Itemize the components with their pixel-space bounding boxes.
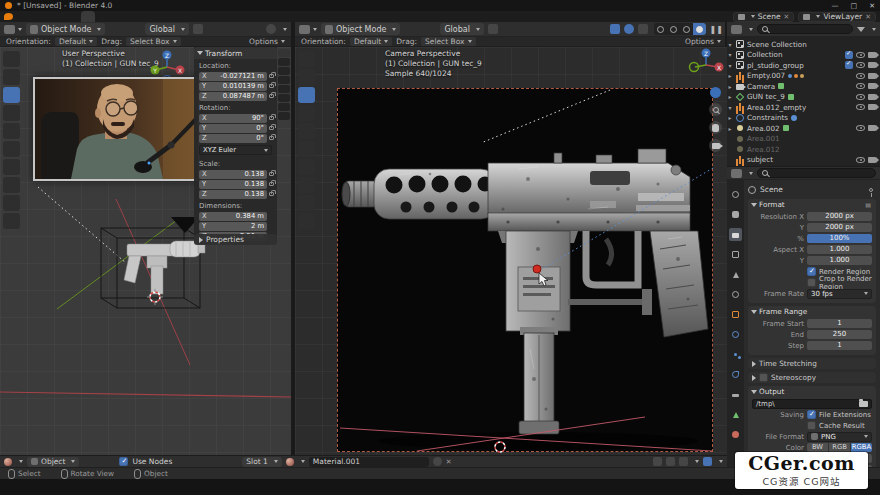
time-stretching-section[interactable]: Time Stretching — [748, 358, 876, 369]
n-panel-tab[interactable] — [278, 94, 290, 102]
n-panel-tab[interactable] — [278, 58, 290, 66]
parent-toggle-icon[interactable] — [653, 457, 662, 466]
snap-magnet-icon[interactable] — [488, 24, 498, 34]
outliner-display-mode-icon[interactable] — [731, 25, 742, 34]
transform-row[interactable]: Y0° — [194, 123, 277, 133]
mode-dropdown[interactable]: Object Mode — [26, 23, 105, 35]
snap-target-icon[interactable] — [679, 457, 688, 466]
minimize-button[interactable]: — — [832, 2, 839, 10]
color-bw-button[interactable]: BW — [807, 443, 828, 453]
checkbox-icon[interactable] — [845, 51, 853, 59]
lock-icon[interactable] — [269, 94, 274, 98]
transform-row[interactable]: Z0.138 — [194, 189, 277, 199]
expand-arrow-icon[interactable] — [727, 125, 733, 132]
frame-end-field[interactable]: 250 — [807, 330, 872, 340]
disable-render-icon[interactable] — [868, 73, 876, 79]
transform-row[interactable]: X90° — [194, 113, 277, 123]
resolution-percent-slider[interactable]: 100% — [807, 234, 872, 244]
expand-arrow-icon[interactable] — [727, 93, 733, 100]
tool-button[interactable] — [3, 51, 20, 67]
workspace-tab[interactable] — [207, 11, 221, 22]
transform-row[interactable]: Z0.087487 m — [194, 91, 277, 101]
tool-button[interactable] — [3, 69, 20, 85]
show-gizmo-icon[interactable] — [624, 24, 634, 34]
properties-tab-icon[interactable] — [729, 388, 742, 401]
disable-render-icon[interactable] — [868, 125, 876, 131]
expand-arrow-icon[interactable] — [727, 114, 733, 121]
use-nodes-checkbox[interactable] — [119, 457, 128, 466]
wireframe-shading-button[interactable] — [654, 23, 667, 35]
stereoscopy-checkbox[interactable] — [759, 373, 768, 382]
transform-panel-header[interactable]: Transform — [194, 47, 277, 59]
blender-logo-icon[interactable] — [4, 13, 13, 20]
cache-result-checkbox[interactable] — [807, 421, 816, 430]
outliner-row[interactable]: Area.012 — [727, 144, 880, 155]
disable-render-icon[interactable] — [868, 104, 876, 110]
tool-button[interactable] — [298, 69, 315, 85]
tool-button[interactable] — [3, 195, 20, 211]
render-region-checkbox[interactable] — [807, 267, 816, 276]
frame-start-field[interactable]: 1 — [807, 319, 872, 329]
properties-tab-icon[interactable] — [729, 268, 742, 281]
orientation-value[interactable]: Default — [55, 37, 97, 46]
properties-tab-icon[interactable] — [729, 248, 742, 261]
shader-type-dropdown[interactable]: Object — [27, 457, 79, 467]
workspace-tab[interactable] — [179, 11, 193, 22]
pan-hand-icon[interactable] — [709, 121, 722, 134]
expand-arrow-icon[interactable] — [727, 72, 733, 79]
resolution-y-field[interactable]: 2000 px — [807, 223, 872, 233]
tool-button[interactable] — [298, 195, 315, 211]
outliner-row[interactable]: Area.001 — [727, 134, 880, 145]
stereoscopy-section[interactable]: Stereoscopy — [748, 372, 876, 383]
output-path-field[interactable]: /tmp\ — [752, 399, 872, 409]
maximize-button[interactable]: □ — [851, 2, 858, 10]
camera-view-icon[interactable] — [709, 139, 722, 152]
properties-tab-icon[interactable] — [729, 368, 742, 381]
lock-icon[interactable] — [269, 116, 274, 120]
transform-row[interactable]: Y0.138 — [194, 179, 277, 189]
close-button[interactable]: ✕ — [869, 2, 875, 10]
material-shading-button[interactable] — [680, 23, 693, 35]
rendered-shading-button[interactable] — [693, 23, 706, 35]
expand-arrow-icon[interactable] — [727, 104, 733, 111]
expand-arrow-icon[interactable] — [727, 41, 733, 48]
snap-magnet-icon[interactable] — [193, 24, 203, 34]
mode-dropdown[interactable]: Object Mode — [321, 23, 400, 35]
n-panel-tab[interactable] — [278, 67, 290, 75]
tool-button[interactable] — [3, 159, 20, 175]
checkbox-icon[interactable] — [845, 61, 853, 69]
outliner-row[interactable]: Scene Collection — [727, 39, 880, 50]
workspace-tab[interactable] — [193, 11, 207, 22]
navigation-gizmo[interactable]: Z X — [687, 48, 725, 82]
shading-dropdown-icon[interactable] — [266, 24, 276, 34]
n-panel-tab[interactable] — [278, 103, 290, 111]
tool-button[interactable] — [3, 123, 20, 139]
pin-icon[interactable] — [869, 188, 873, 192]
resolution-x-field[interactable]: 2000 px — [807, 212, 872, 222]
tool-button[interactable] — [298, 213, 315, 229]
aspect-x-field[interactable]: 1.000 — [807, 245, 872, 255]
workspace-tab[interactable] — [137, 11, 151, 22]
outliner-row[interactable]: GUN tec_9 — [727, 92, 880, 103]
properties-tab-icon[interactable] — [729, 188, 742, 201]
workspace-tab[interactable] — [151, 11, 165, 22]
outliner-row[interactable]: Area.002 — [727, 123, 880, 134]
proportional-edit-icon[interactable] — [610, 24, 620, 34]
color-rgb-button[interactable]: RGB — [829, 443, 850, 453]
n-panel-tab[interactable] — [278, 76, 290, 84]
properties-tab-icon[interactable] — [729, 408, 742, 421]
properties-tab-icon[interactable] — [729, 308, 742, 321]
shader-editor-icon[interactable] — [4, 458, 12, 466]
workspace-tab[interactable] — [235, 11, 249, 22]
workspace-tab[interactable] — [165, 11, 179, 22]
scene-selector[interactable]: Scene ✕ — [733, 12, 795, 22]
outliner-row[interactable]: pl_studio_group — [727, 60, 880, 71]
disable-render-icon[interactable] — [868, 94, 876, 100]
tool-button[interactable] — [3, 141, 20, 157]
outliner-row[interactable]: subject — [727, 155, 880, 166]
outliner-row[interactable]: Collection — [727, 50, 880, 61]
properties-collapsed-panel[interactable]: Properties — [194, 234, 277, 245]
tool-button[interactable] — [298, 177, 315, 193]
overlays-icon[interactable] — [703, 457, 712, 466]
folder-icon[interactable] — [859, 401, 868, 407]
